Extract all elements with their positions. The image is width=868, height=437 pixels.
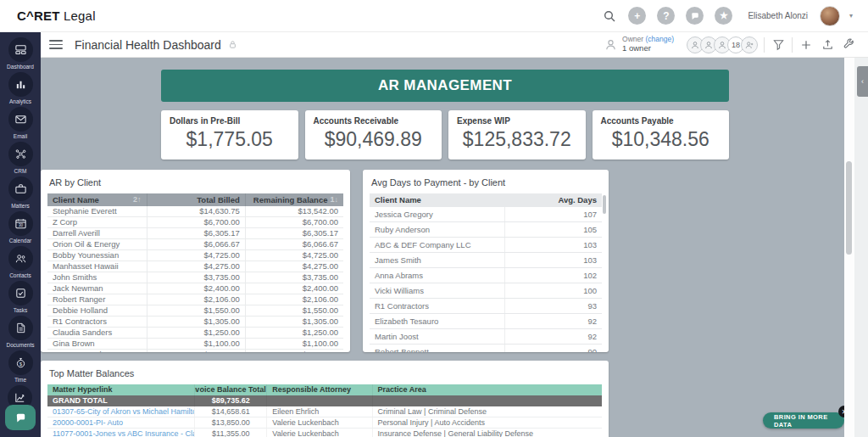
table-row[interactable]: Orion Oil & Energy$6,066.67$6,066.67 [47,239,343,250]
cell-client: Stephanie Everett [47,206,147,216]
chevron-down-icon[interactable]: ▾ [849,12,853,20]
help-button[interactable]: ? [657,7,675,25]
chat-button[interactable] [686,7,704,25]
table-row[interactable]: ABC & DEF Company LLC103 [370,238,602,253]
column-header-practice-area[interactable]: Practice Area [372,384,602,395]
cell-matter[interactable]: 01307-65-City of Akron vs Michael Hamilt… [47,406,194,417]
table-row[interactable]: Darrell Averill$6,305.17$6,305.17 [47,228,343,239]
cell-client: Z Corp [47,217,147,227]
table-row[interactable]: Vicki Williams100 [370,283,602,299]
accounting-icon [14,391,26,404]
table-row[interactable]: Z Corp$6,700.00$6,700.00 [47,217,343,228]
metric-card-expense-wip[interactable]: Expense WIP $125,833.72 [448,110,586,160]
user-avatar[interactable] [820,6,840,26]
column-header-matter[interactable]: Matter Hyperlink [47,384,194,395]
page-scrollbar-thumb[interactable] [846,161,852,255]
analytics-icon [14,78,27,91]
sidebar-item-analytics[interactable]: Analytics [8,72,33,104]
metric-card-accounts-payable[interactable]: Accounts Payable $10,348.56 [593,110,730,160]
sidebar-item-crm[interactable]: CRM [8,142,33,174]
table-row[interactable]: 11077-0001-Jones vs ABC Insurance - Clai… [47,429,602,437]
table-row[interactable]: Gina Brown$1,100.00$1,100.00 [47,339,343,350]
table-row[interactable]: Bobby Younessian$4,725.00$4,725.00 [47,250,343,261]
table-row[interactable]: James Smith103 [370,253,602,268]
column-header-attorney[interactable]: Responsible Attorney [266,384,371,395]
cell-total_billed: $1,250.00 [147,328,245,338]
sidebar-item-calendar[interactable]: 30 Calendar [8,211,33,244]
table-scrollbar[interactable] [603,195,606,214]
table-row[interactable]: 20000-0001-PI- Auto$13,850.00Valerie Luc… [47,417,602,429]
cell-client: Ruby Anderson [370,222,504,237]
ar-by-client-card: AR by Client Client Name 2 Total Billed … [41,170,350,352]
sidebar-item-matters[interactable]: Matters [8,176,33,209]
metric-card-prebill[interactable]: Dollars in Pre-Bill $1,775.05 [161,110,298,160]
page-scrollbar-track[interactable] [844,58,854,437]
table-row[interactable]: John Smiths$3,735.00$3,735.00 [47,272,343,283]
metric-card-accounts-receivable[interactable]: Accounts Receivable $90,469.89 [305,110,442,160]
table-row[interactable]: R1 Contractors$1,305.00$1,305.00 [47,317,343,328]
table-row[interactable]: Elizabeth Tesauro92 [370,314,602,329]
sidebar-item-documents[interactable]: Documents [7,316,35,348]
cell-matter[interactable]: 20000-0001-PI- Auto [47,417,194,428]
table-row[interactable]: James McNulty$1,080.00$1,080.00 [47,350,343,352]
add-collaborator-button[interactable] [741,36,758,53]
dashboard-content: AR MANAGEMENT Dollars in Pre-Bill $1,775… [41,58,844,437]
owner-change-link[interactable]: (change) [645,35,674,43]
filter-icon[interactable] [771,37,786,53]
close-icon[interactable]: ✕ [838,406,844,417]
cell-total_billed: $4,275.00 [147,261,245,272]
cell-remaining: $6,305.17 [245,228,343,238]
table-row[interactable]: Debbie Holland$1,550.00$1,550.00 [47,305,343,317]
dashboard-toolbar: Financial Health Dashboard Owner (change… [41,32,868,58]
column-header-remaining-balance[interactable]: Remaining Balance 1 [245,193,343,206]
search-icon[interactable] [602,8,617,24]
sidebar-item-tasks[interactable]: Tasks [8,281,33,313]
table-header: Client Name Avg. Days [370,193,602,207]
cell-remaining: $6,066.67 [245,239,343,249]
table-row[interactable]: Robert Bennett90 [370,345,602,352]
collapse-panel-tab[interactable]: ‹ [857,66,868,97]
cell-client: James McNulty [47,350,147,352]
column-header-client-name[interactable]: Client Name [370,193,504,207]
table-row[interactable]: Ruby Anderson105 [370,222,602,238]
table-row[interactable]: R1 Contractors93 [370,299,602,314]
table-row[interactable]: Manhasset Hawaii$4,275.00$4,275.00 [47,261,343,272]
cell-client: Jack Newman [47,283,147,294]
column-header-total-billed[interactable]: Total Billed [147,193,245,206]
cell-client: Vicki Williams [370,283,504,298]
sidebar-item-contacts[interactable]: Contacts [8,246,33,278]
cell-invoice: $14,658.61 [194,406,266,417]
sidebar-item-email[interactable]: Email [8,107,33,139]
bring-in-more-data-button[interactable]: BRING IN MORE DATA [763,412,844,429]
cell-client: R1 Contractors [370,299,504,313]
table-row[interactable]: 01307-65-City of Akron vs Michael Hamilt… [47,406,602,417]
menu-icon[interactable] [49,40,63,49]
cell-total_billed: $2,106.00 [147,294,245,305]
support-chat-button[interactable] [5,405,36,430]
table-row[interactable]: Jessica Gregory107 [370,207,602,222]
share-icon[interactable] [820,37,835,53]
table-row[interactable]: Anna Abrams102 [370,268,602,283]
cell-remaining: $1,080.00 [245,350,343,352]
column-header-avg-days[interactable]: Avg. Days [504,193,602,207]
wrench-icon[interactable] [841,37,856,53]
person-icon [690,40,700,50]
metric-cards-row: Dollars in Pre-Bill $1,775.05 Accounts R… [161,110,729,160]
calendar-icon: 30 [14,217,27,230]
owner-count: 1 owner [622,44,674,53]
table-row[interactable]: Claudia Sanders$1,250.00$1,250.00 [47,328,343,339]
table-row[interactable]: Stephanie Everett$14,630.75$13,542.00 [47,206,343,217]
top-matter-balances-card: Top Matter Balances Matter Hyperlink Inv… [41,361,609,437]
cell-attorney: Valerie Luckenbach [266,417,371,428]
table-row[interactable]: Jack Newman$2,400.00$2,400.00 [47,283,343,294]
table-row[interactable]: Robert Ranger$2,106.00$2,106.00 [47,294,343,305]
add-button[interactable]: + [628,7,646,25]
sidebar-item-time[interactable]: $ Time [8,350,33,383]
sidebar-item-dashboard[interactable]: Dashboard [7,37,34,70]
add-widget-icon[interactable] [798,37,814,53]
column-header-client-name[interactable]: Client Name 2 [47,193,147,206]
cell-matter[interactable]: 11077-0001-Jones vs ABC Insurance - Clai… [47,429,194,437]
star-button[interactable]: ★ [715,7,732,25]
column-header-invoice-total[interactable]: Invoice Balance Total [194,384,266,395]
table-row[interactable]: Martin Joost92 [370,329,602,345]
